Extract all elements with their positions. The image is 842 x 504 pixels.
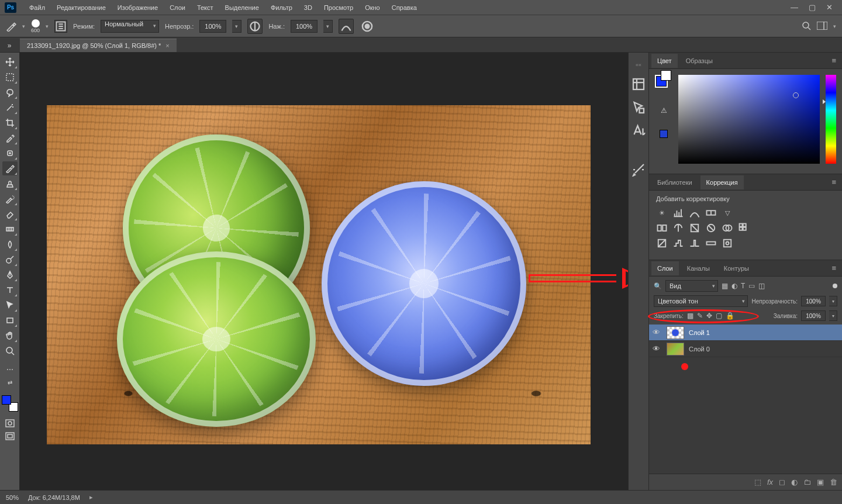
brightness-adjust-icon[interactable]: ☀ [656, 207, 668, 219]
menu-3d[interactable]: 3D [298, 2, 318, 13]
adjustments-panel-menu-icon[interactable]: ≡ [828, 178, 840, 187]
screen-mode-toggle[interactable] [2, 430, 18, 442]
zoom-tool[interactable] [2, 344, 18, 358]
menu-file[interactable]: Файл [23, 2, 51, 13]
document-tab[interactable]: 2133091_1920.jpg @ 50% (Слой 1, RGB/8#) … [20, 39, 177, 52]
tab-expand-icon[interactable]: » [4, 40, 15, 51]
panel-background-swatch[interactable] [661, 70, 671, 81]
filter-pixel-icon[interactable]: ▦ [722, 282, 728, 290]
move-tool[interactable] [2, 55, 18, 69]
search-icon[interactable] [802, 21, 811, 32]
layer-row[interactable]: 👁 Слой 0 [649, 341, 842, 357]
fill-stepper[interactable]: ▾ [829, 310, 837, 321]
gradient-tool[interactable] [2, 222, 18, 236]
eraser-tool[interactable] [2, 207, 18, 221]
menu-filter[interactable]: Фильтр [265, 2, 298, 13]
properties-panel-icon[interactable] [632, 101, 646, 115]
close-button[interactable]: ✕ [826, 3, 833, 12]
color-swatches[interactable] [2, 395, 18, 412]
brush-preset-picker[interactable]: 600 [31, 19, 40, 33]
workspace-dropdown-icon[interactable]: ▾ [833, 23, 836, 29]
layers-panel-menu-icon[interactable]: ≡ [828, 264, 840, 272]
blur-tool[interactable] [2, 237, 18, 251]
opacity-input[interactable]: 100% [199, 20, 226, 33]
layer-name[interactable]: Слой 1 [689, 329, 710, 336]
tab-swatches[interactable]: Образцы [680, 54, 719, 68]
rectangle-tool[interactable] [2, 313, 18, 327]
visibility-toggle-icon[interactable]: 👁 [653, 344, 662, 353]
current-tool-icon[interactable] [6, 21, 16, 32]
path-select-tool[interactable] [2, 298, 18, 312]
tool-dropdown-icon[interactable]: ▾ [22, 23, 25, 29]
status-info-dropdown-icon[interactable]: ▸ [89, 493, 93, 501]
type-tool[interactable] [2, 283, 18, 297]
filter-shape-icon[interactable]: ▭ [748, 282, 755, 290]
quick-mask-toggle[interactable] [2, 417, 18, 429]
menu-view[interactable]: Просмотр [318, 2, 359, 13]
spot-heal-tool[interactable] [2, 146, 18, 160]
filter-adjust-icon[interactable]: ◐ [731, 282, 737, 290]
layer-opacity-input[interactable]: 100% [801, 296, 826, 306]
layer-thumbnail[interactable] [667, 326, 684, 339]
magic-wand-tool[interactable] [2, 101, 18, 115]
hand-tool[interactable] [2, 329, 18, 343]
blend-mode-select-layer[interactable]: Цветовой тон▾ [654, 295, 748, 307]
pen-tool[interactable] [2, 268, 18, 282]
layer-filter-search-icon[interactable]: 🔍 [654, 282, 662, 290]
threshold-adjust-icon[interactable] [689, 237, 700, 249]
brush-dropdown-icon[interactable]: ▾ [46, 23, 49, 29]
gamut-fix-swatch[interactable] [660, 130, 668, 138]
swap-colors-icon[interactable]: ⇄ [2, 377, 18, 388]
layer-row[interactable]: 👁 Слой 1 [649, 325, 842, 341]
menu-layers[interactable]: Слои [164, 2, 191, 13]
blend-mode-select[interactable]: Нормальный▾ [101, 20, 159, 33]
menu-image[interactable]: Изображение [112, 2, 164, 13]
group-layers-icon[interactable]: 🗀 [803, 478, 811, 486]
tab-paths[interactable]: Контуры [718, 261, 755, 275]
clone-stamp-tool[interactable] [2, 177, 18, 191]
menu-select[interactable]: Выделение [219, 2, 265, 13]
workspace-switcher[interactable] [817, 22, 827, 31]
invert-adjust-icon[interactable] [656, 237, 668, 249]
layer-name[interactable]: Слой 0 [689, 346, 710, 353]
dodge-tool[interactable] [2, 253, 18, 267]
dock-handle[interactable]: «« [629, 62, 648, 68]
history-panel-icon[interactable] [632, 77, 646, 91]
flow-stepper[interactable]: ▾ [323, 20, 333, 33]
visibility-toggle-icon[interactable]: 👁 [653, 328, 662, 337]
lasso-tool[interactable] [2, 85, 18, 99]
filter-smart-icon[interactable]: ◫ [758, 282, 765, 290]
color-lookup-adjust-icon[interactable] [738, 222, 750, 234]
menu-help[interactable]: Справка [386, 2, 423, 13]
link-layers-icon[interactable]: ⬚ [754, 478, 761, 486]
airbrush-toggle[interactable] [339, 19, 354, 34]
hue-slider[interactable] [826, 75, 836, 164]
exposure-adjust-icon[interactable] [705, 207, 717, 219]
new-layer-icon[interactable]: ▣ [817, 478, 824, 486]
layer-thumbnail[interactable] [667, 343, 684, 355]
brush-tool[interactable] [2, 161, 18, 175]
posterize-adjust-icon[interactable] [672, 237, 684, 249]
lock-pixels-icon[interactable]: ✎ [697, 312, 703, 320]
color-picker-field[interactable] [678, 75, 820, 164]
tab-color[interactable]: Цвет [651, 54, 678, 68]
menu-edit[interactable]: Редактирование [51, 2, 112, 13]
flow-input[interactable]: 100% [291, 20, 318, 33]
color-balance-adjust-icon[interactable] [672, 222, 684, 234]
menu-window[interactable]: Окно [359, 2, 386, 13]
close-tab-icon[interactable]: × [165, 42, 169, 49]
lock-position-icon[interactable]: ✥ [706, 312, 712, 320]
opacity-stepper[interactable]: ▾ [232, 20, 241, 33]
pressure-opacity-toggle[interactable] [247, 19, 263, 34]
selective-color-adjust-icon[interactable] [722, 237, 733, 249]
menu-text[interactable]: Текст [191, 2, 219, 13]
layer-mask-icon[interactable]: ◻ [779, 478, 785, 486]
bw-adjust-icon[interactable] [689, 222, 700, 234]
eyedropper-tool[interactable] [2, 131, 18, 145]
history-brush-tool[interactable] [2, 192, 18, 206]
character-panel-icon[interactable] [632, 124, 646, 138]
layer-style-icon[interactable]: fx [767, 478, 773, 486]
tab-layers[interactable]: Слои [651, 261, 679, 275]
curves-adjust-icon[interactable] [689, 207, 700, 219]
tab-channels[interactable]: Каналы [681, 261, 716, 275]
